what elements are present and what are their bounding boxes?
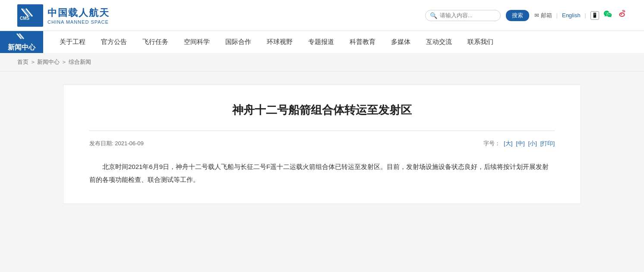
nav-item-interact[interactable]: 互动交流 bbox=[418, 31, 460, 53]
svg-point-8 bbox=[621, 14, 622, 14]
search-button[interactable]: 搜索 bbox=[506, 10, 529, 21]
nav-active-label: 新闻中心 bbox=[8, 43, 35, 52]
article-title: 神舟十二号船箭组合体转运至发射区 bbox=[89, 102, 555, 118]
publish-label: 发布日期: bbox=[89, 140, 114, 147]
header-icons: ✉ 邮箱 | English | 📱 bbox=[534, 9, 627, 21]
wechat-icon bbox=[603, 9, 613, 21]
font-size-controls: 字号： [大] [中] [小] [打印] bbox=[483, 140, 555, 147]
nav-item-global[interactable]: 环球视野 bbox=[259, 31, 300, 53]
svg-rect-0 bbox=[17, 4, 43, 27]
svg-point-6 bbox=[620, 13, 624, 16]
nav-item-special[interactable]: 专题报道 bbox=[300, 31, 342, 53]
nav-items: 关于工程 官方公告 飞行任务 空间科学 国际合作 环球视野 专题报道 科普教育 … bbox=[43, 31, 644, 53]
main-content: 神舟十二号船箭组合体转运至发射区 发布日期: 2021-06-09 字号： [大… bbox=[63, 84, 581, 204]
nav-active-icon bbox=[15, 32, 28, 42]
header-right: 🔍 搜索 ✉ 邮箱 | English | 📱 bbox=[425, 9, 627, 21]
breadcrumb-sep-1: ＞ bbox=[30, 59, 36, 65]
breadcrumb-sep-2: ＞ bbox=[61, 59, 67, 65]
font-size-label: 字号： bbox=[483, 140, 500, 147]
nav-item-education[interactable]: 科普教育 bbox=[342, 31, 383, 53]
nav-item-science[interactable]: 空间科学 bbox=[176, 31, 218, 53]
language-link[interactable]: English bbox=[562, 12, 581, 19]
mobile-icon: 📱 bbox=[590, 11, 599, 20]
breadcrumb-news-center[interactable]: 新闻中心 bbox=[37, 59, 60, 65]
breadcrumb-current: 综合新闻 bbox=[69, 59, 91, 65]
print-button[interactable]: [打印] bbox=[540, 140, 555, 147]
font-small-button[interactable]: [小] bbox=[528, 140, 537, 147]
nav-item-media[interactable]: 多媒体 bbox=[383, 31, 418, 53]
nav-bar: 新闻中心 关于工程 官方公告 飞行任务 空间科学 国际合作 环球视野 专题报道 … bbox=[0, 31, 644, 53]
header: CMS 中国载人航天 CHINA MANNED SPACE 🔍 搜索 ✉ 邮箱 … bbox=[0, 0, 644, 31]
divider-1: | bbox=[556, 12, 558, 19]
logo-english: CHINA MANNED SPACE bbox=[47, 19, 110, 25]
font-large-button[interactable]: [大] bbox=[504, 140, 512, 147]
article-body: 北京时间2021年6月9日，神舟十二号载人飞船与长征二号F遥十二运载火箭组合体已… bbox=[89, 160, 555, 186]
cms-logo-icon: CMS bbox=[17, 4, 43, 27]
email-label: 邮箱 bbox=[541, 12, 552, 19]
search-input[interactable] bbox=[440, 12, 496, 19]
logo-area: CMS 中国载人航天 CHINA MANNED SPACE bbox=[17, 4, 110, 27]
divider-2: | bbox=[585, 12, 586, 19]
logo-text: 中国载人航天 CHINA MANNED SPACE bbox=[47, 6, 110, 25]
nav-item-about[interactable]: 关于工程 bbox=[52, 31, 93, 53]
nav-item-mission[interactable]: 飞行任务 bbox=[135, 31, 176, 53]
email-icon: ✉ bbox=[534, 12, 539, 19]
breadcrumb: 首页 ＞ 新闻中心 ＞ 综合新闻 bbox=[0, 53, 644, 72]
article-meta: 发布日期: 2021-06-09 字号： [大] [中] [小] [打印] bbox=[89, 140, 555, 147]
nav-active-item[interactable]: 新闻中心 bbox=[0, 31, 43, 53]
weibo-icon bbox=[617, 9, 627, 21]
font-medium-button[interactable]: [中] bbox=[516, 140, 524, 147]
nav-item-cooperation[interactable]: 国际合作 bbox=[218, 31, 259, 53]
publish-info: 发布日期: 2021-06-09 bbox=[89, 140, 144, 147]
publish-date: 2021-06-09 bbox=[115, 140, 144, 147]
nav-item-contact[interactable]: 联系我们 bbox=[460, 31, 501, 53]
nav-item-announcement[interactable]: 官方公告 bbox=[93, 31, 135, 53]
logo-chinese: 中国载人航天 bbox=[47, 6, 110, 19]
svg-text:CMS: CMS bbox=[20, 16, 30, 21]
article-divider bbox=[89, 131, 555, 131]
search-icon: 🔍 bbox=[430, 12, 437, 19]
breadcrumb-home[interactable]: 首页 bbox=[17, 59, 28, 65]
email-link[interactable]: ✉ 邮箱 bbox=[534, 12, 552, 19]
search-box: 🔍 bbox=[425, 10, 501, 21]
